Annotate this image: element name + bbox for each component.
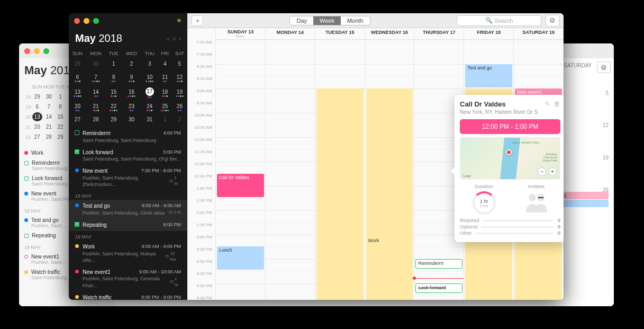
day-number[interactable]: 12 xyxy=(603,122,609,128)
agenda-item[interactable]: Repeating6:00 PM xyxy=(69,219,187,232)
agenda-item[interactable]: New event19:00 AM - 10:00 AMPushkin, Sai… xyxy=(69,266,187,291)
add-button[interactable]: ＋ xyxy=(192,15,203,26)
prev-month-icon[interactable]: ‹ xyxy=(167,35,169,42)
close-icon[interactable] xyxy=(74,18,80,24)
event-block[interactable]: Call Dr Valdes xyxy=(217,174,264,197)
zoom-icon[interactable] xyxy=(93,18,99,24)
zoom-icon[interactable] xyxy=(43,48,49,54)
event-block[interactable]: Test and go xyxy=(465,64,512,87)
mini-calendar[interactable]: SUNMONTUEWEDTHUFRISAT2930123456789101112… xyxy=(69,49,187,127)
agenda-item[interactable]: Look forward5:00 PMSaint Petersburg, Sai… xyxy=(69,146,187,165)
agenda-item[interactable]: Reminderrrr4:00 PMSaint Petersburg, Sain… xyxy=(69,127,187,146)
day-column[interactable]: TUESDAY 15 xyxy=(315,28,365,300)
agenda-item[interactable]: Work9:00 AM - 9:00 PMPushkin, Saint Pete… xyxy=(69,241,187,266)
map-legal[interactable]: Legal xyxy=(463,174,471,177)
day-column[interactable]: WEDNESDAY 16Work xyxy=(365,28,415,300)
month-title: May 2018 xyxy=(75,32,122,45)
seg-day[interactable]: Day xyxy=(290,16,313,25)
seg-week[interactable]: Week xyxy=(313,16,341,25)
event-time[interactable]: 12:00 PM - 1:00 PM xyxy=(460,119,560,134)
event-map[interactable]: Javits Athletic Field Roberto Clemente S… xyxy=(460,137,560,180)
dark-sidebar: ☀ May 2018 ‹ ○ › SUNMONTUEWEDTHUFRISAT29… xyxy=(69,13,187,300)
invitees-block: Invitees xyxy=(512,184,560,215)
edit-icon[interactable]: ✎ xyxy=(545,100,550,108)
invitees-icon[interactable] xyxy=(523,191,550,212)
event-title: Call Dr Valdes xyxy=(460,100,538,108)
zoom-out-icon[interactable]: − xyxy=(538,167,546,176)
invitees-label: Invitees xyxy=(512,184,560,189)
event-block[interactable] xyxy=(316,88,364,300)
view-segmented[interactable]: Day Week Month xyxy=(289,16,370,25)
map-label: Javits Athletic Field xyxy=(512,141,539,144)
event-block[interactable]: Work xyxy=(366,88,413,300)
calendar-main: ＋ Day Week Month 🔍Search ⚙ 7:00 AM7:30 A… xyxy=(187,13,564,300)
month-nav: ‹ ○ › xyxy=(167,35,181,42)
duration-dial[interactable]: 1 hr 2 hrs xyxy=(473,191,496,215)
event-block[interactable]: Reminderrrr xyxy=(415,259,462,269)
today-icon[interactable]: ○ xyxy=(173,35,176,42)
invitee-stats: Required0Optional0Other0 xyxy=(460,218,560,236)
time-gutter: 7:00 AM7:30 AM8:00 AM8:30 AM9:00 AM9:30 … xyxy=(187,28,216,300)
day-number[interactable]: 19 xyxy=(603,155,609,161)
agenda-list: Reminderrrr4:00 PMSaint Petersburg, Sain… xyxy=(69,127,187,300)
event-popover: Call Dr Valdes New York, NY, Harlem Rive… xyxy=(455,95,564,242)
map-label: Roberto Clemente State Park xyxy=(536,153,557,162)
gear-icon[interactable]: ⚙ xyxy=(546,15,559,26)
day-number[interactable]: 5 xyxy=(605,90,609,96)
minimize-icon[interactable] xyxy=(84,18,89,24)
minimize-icon[interactable] xyxy=(34,48,40,54)
main-window: ☀ May 2018 ‹ ○ › SUNMONTUEWEDTHUFRISAT29… xyxy=(69,13,564,300)
seg-month[interactable]: Month xyxy=(341,16,370,25)
agenda-item[interactable]: New event7:00 PM - 8:00 PMPushkin, Saint… xyxy=(69,165,187,190)
delete-icon[interactable]: 🗑 xyxy=(554,100,560,108)
day-column[interactable]: MONDAY 14 xyxy=(266,28,315,300)
next-month-icon[interactable]: › xyxy=(179,35,181,42)
agenda-item[interactable]: Test and go8:00 AM - 9:00 AMPushkin, Sai… xyxy=(69,200,187,219)
toolbar: ＋ Day Week Month 🔍Search ⚙ xyxy=(187,13,564,28)
close-icon[interactable] xyxy=(24,48,30,54)
theme-toggle-icon[interactable]: ☀ xyxy=(176,17,182,24)
search-icon: 🔍 xyxy=(485,17,493,24)
svg-point-0 xyxy=(529,194,536,201)
zoom-in-icon[interactable]: + xyxy=(548,167,557,176)
duration-label: Duration xyxy=(460,184,508,189)
event-block[interactable]: Lunch xyxy=(217,246,264,270)
event-block[interactable]: Look forward xyxy=(415,283,462,293)
event-location: New York, NY, Harlem River Dr S xyxy=(460,109,538,115)
search-input[interactable]: 🔍Search xyxy=(457,15,541,26)
agenda-item[interactable]: Watch traffic8:00 PM - 9:00 PMSaint Pete… xyxy=(69,291,187,300)
duration-block: Duration 1 hr 2 hrs xyxy=(460,184,508,215)
day-column[interactable]: SUNDAY 13MAYCall Dr ValdesLunch xyxy=(216,28,266,300)
